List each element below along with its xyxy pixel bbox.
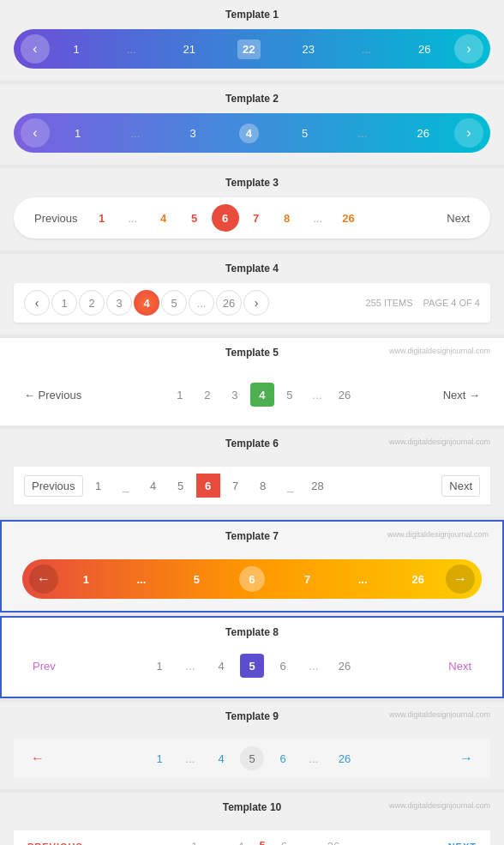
template-7-title: Template 7 xyxy=(225,530,279,542)
template-3-bar: Previous 1 ... 4 5 6 7 8 ... 26 Next xyxy=(14,197,490,238)
list-item: ... xyxy=(350,566,375,592)
list-item[interactable]: 5 xyxy=(161,290,187,316)
list-item: ... xyxy=(302,746,326,770)
template-2-next-btn[interactable]: › xyxy=(454,118,483,148)
list-item[interactable]: 6 xyxy=(212,204,239,232)
list-item[interactable]: 2 xyxy=(79,290,105,316)
list-item[interactable]: 26 xyxy=(410,124,435,143)
list-item[interactable]: 6 xyxy=(196,474,220,498)
list-item[interactable]: 26 xyxy=(216,290,242,316)
template-7-next-btn[interactable]: → xyxy=(446,564,475,594)
list-item[interactable]: 4 xyxy=(209,654,233,678)
list-item: ... xyxy=(178,746,202,770)
list-item[interactable]: 5 xyxy=(181,204,208,232)
list-item[interactable]: 28 xyxy=(306,474,330,498)
template-1-pages: 1 ... 21 22 23 ... 26 xyxy=(50,39,454,59)
list-item[interactable]: 5 xyxy=(255,837,271,845)
list-item[interactable]: 2 xyxy=(195,383,219,407)
template-4-section: Template 4 ‹ 1 2 3 4 5 ... 26 › 255 ITEM… xyxy=(0,254,504,335)
template-10-next-btn[interactable]: NEXT xyxy=(448,842,477,846)
list-item[interactable]: 1 xyxy=(87,474,111,498)
template-3-prev-btn[interactable]: Previous xyxy=(27,212,85,225)
list-item[interactable]: 1 xyxy=(88,204,116,232)
list-item[interactable]: 6 xyxy=(271,746,295,770)
template-4-info: 255 ITEMS PAGE 4 OF 4 xyxy=(366,298,480,308)
template-3-title: Template 3 xyxy=(14,177,490,189)
list-item[interactable]: 4 xyxy=(134,290,159,316)
list-item[interactable]: 8 xyxy=(273,204,301,232)
template-5-prev-btn[interactable]: ← Previous xyxy=(24,389,81,401)
template-10-prev-btn[interactable]: PREVIOUS xyxy=(27,842,83,846)
list-item[interactable]: 1 xyxy=(51,290,77,316)
template-10-title: Template 10 xyxy=(223,801,281,813)
template-5-next-btn[interactable]: Next → xyxy=(443,389,480,401)
list-item[interactable]: 4 xyxy=(250,383,274,407)
template-2-prev-btn[interactable]: ‹ xyxy=(21,118,50,148)
list-item[interactable]: 5 xyxy=(295,124,315,143)
list-item[interactable]: 5 xyxy=(240,654,264,678)
list-item[interactable]: 22 xyxy=(237,39,260,59)
list-item[interactable]: 7 xyxy=(243,204,270,232)
template-4-next-btn[interactable]: › xyxy=(243,290,269,316)
template-1-prev-btn[interactable]: ‹ xyxy=(21,34,50,63)
template-6-prev-btn[interactable]: Previous xyxy=(24,475,83,497)
template-7-section: Template 7 www.digitaldesignjournal.com … xyxy=(0,520,504,613)
template-5-title: Template 5 xyxy=(225,347,279,359)
template-8-next-btn[interactable]: Next xyxy=(448,660,471,673)
list-item[interactable]: 4 xyxy=(232,838,249,845)
list-item[interactable]: 21 xyxy=(178,39,201,59)
list-item[interactable]: 1 xyxy=(147,654,171,678)
list-item[interactable]: 7 xyxy=(295,566,321,592)
list-item: _ xyxy=(279,474,303,498)
list-item[interactable]: 26 xyxy=(333,746,357,770)
list-item[interactable]: 1 xyxy=(168,383,192,407)
list-item[interactable]: 1 xyxy=(73,566,99,592)
list-item[interactable]: 7 xyxy=(224,474,248,498)
items-count: 255 ITEMS xyxy=(366,298,413,308)
list-item[interactable]: 5 xyxy=(240,746,264,770)
list-item[interactable]: 6 xyxy=(271,654,295,678)
list-item[interactable]: 8 xyxy=(251,474,275,498)
template-4-prev-btn[interactable]: ‹ xyxy=(24,290,50,316)
list-item[interactable]: 4 xyxy=(141,474,165,498)
template-5-section: Template 5 www.digitaldesignjournal.com … xyxy=(0,338,504,426)
list-item[interactable]: 6 xyxy=(276,838,292,845)
list-item[interactable]: 1 xyxy=(69,39,85,59)
list-item[interactable]: 3 xyxy=(106,290,132,316)
list-item[interactable]: 1 xyxy=(147,746,171,770)
template-1-next-btn[interactable]: › xyxy=(454,34,483,63)
template-7-prev-btn[interactable]: ← xyxy=(29,564,58,594)
list-item[interactable]: 4 xyxy=(150,204,177,232)
template-9-next-btn[interactable]: → xyxy=(459,751,473,766)
list-item: ... xyxy=(189,290,214,316)
list-item[interactable]: 26 xyxy=(333,383,357,407)
list-item[interactable]: 3 xyxy=(223,383,247,407)
list-item[interactable]: 3 xyxy=(183,124,202,143)
list-item: ... xyxy=(207,838,227,845)
list-item[interactable]: 26 xyxy=(405,566,431,592)
list-item[interactable]: 4 xyxy=(209,746,233,770)
template-9-prev-btn[interactable]: ← xyxy=(31,751,45,766)
template-10-header: Template 10 www.digitaldesignjournal.com xyxy=(14,801,490,822)
template-10-watermark: www.digitaldesignjournal.com xyxy=(389,801,490,810)
template-3-next-btn[interactable]: Next xyxy=(440,212,477,225)
list-item: ... xyxy=(122,39,141,59)
template-8-prev-btn[interactable]: Prev xyxy=(33,660,56,673)
list-item[interactable]: 26 xyxy=(322,838,345,845)
list-item[interactable]: 5 xyxy=(278,383,302,407)
list-item[interactable]: 26 xyxy=(413,39,435,59)
template-3-section: Template 3 Previous 1 ... 4 5 6 7 8 ... … xyxy=(0,168,504,250)
list-item[interactable]: 6 xyxy=(239,566,265,592)
template-9-watermark: www.digitaldesignjournal.com xyxy=(389,710,490,719)
list-item[interactable]: 1 xyxy=(186,838,202,845)
list-item[interactable]: 23 xyxy=(297,39,320,59)
list-item[interactable]: 26 xyxy=(335,204,363,232)
template-7-pages: 1 ... 5 6 7 ... 26 xyxy=(58,566,446,592)
list-item[interactable]: 1 xyxy=(68,124,87,143)
list-item[interactable]: 5 xyxy=(183,566,209,592)
list-item[interactable]: 5 xyxy=(169,474,193,498)
list-item[interactable]: 26 xyxy=(333,654,357,678)
list-item[interactable]: 4 xyxy=(239,124,259,143)
template-1-section: Template 1 ‹ 1 ... 21 22 23 ... 26 › xyxy=(0,0,504,81)
template-6-next-btn[interactable]: Next xyxy=(441,475,480,497)
